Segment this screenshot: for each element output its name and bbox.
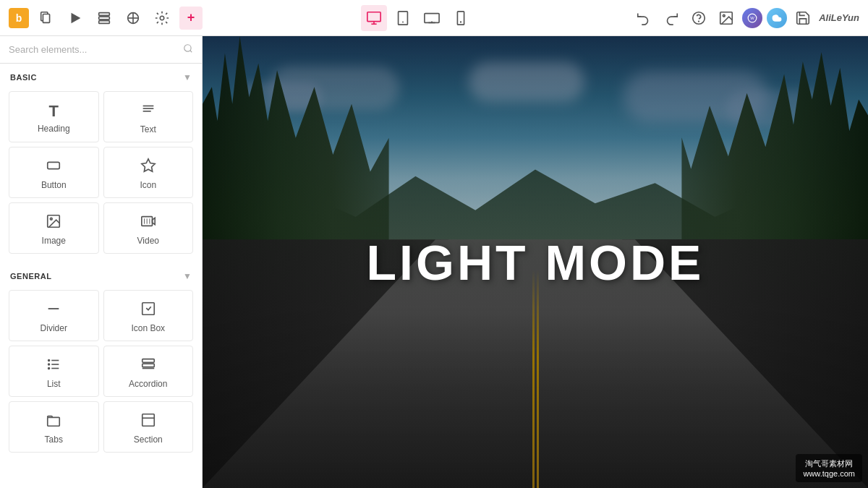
brand-logo[interactable]: b <box>9 8 29 28</box>
general-section-toggle: ▼ <box>183 271 192 281</box>
image-label: Image <box>42 236 66 246</box>
icon-star-icon <box>140 158 156 176</box>
history-button[interactable] <box>93 7 116 30</box>
text-label: Text <box>140 124 156 134</box>
element-icon[interactable]: Icon <box>103 147 194 198</box>
image-icon <box>46 213 61 231</box>
svg-text:W: W <box>750 16 754 20</box>
search-icon[interactable] <box>183 43 193 56</box>
settings-button[interactable] <box>150 7 174 30</box>
basic-section-title: BASIC <box>10 73 37 82</box>
canvas: LIGHT MODE 淘气哥素材网 www.tqge.com <box>203 36 868 488</box>
text-icon <box>140 102 156 120</box>
top-toolbar: b + <box>0 0 868 36</box>
divider-label: Divider <box>41 323 67 333</box>
svg-rect-41 <box>142 303 155 315</box>
svg-rect-10 <box>367 12 380 21</box>
video-icon <box>140 213 156 231</box>
plus-icon: + <box>187 10 195 25</box>
video-label: Video <box>137 236 159 246</box>
svg-point-47 <box>48 368 50 369</box>
svg-rect-4 <box>99 17 110 20</box>
canvas-main-text: LIGHT MODE <box>367 234 705 291</box>
media-button[interactable] <box>715 7 738 30</box>
heading-icon: T <box>49 103 59 119</box>
cloud-badge <box>767 8 787 28</box>
general-section-header[interactable]: GENERAL ▼ <box>0 262 202 287</box>
accordion-label: Accordion <box>129 379 167 389</box>
svg-rect-51 <box>48 417 60 426</box>
heading-label: Heading <box>38 124 70 134</box>
svg-point-23 <box>723 14 726 17</box>
mobile-view-button[interactable] <box>448 5 474 31</box>
play-button[interactable] <box>64 7 87 30</box>
section-label: Section <box>134 435 163 445</box>
save-button[interactable] <box>791 7 814 30</box>
general-section-title: GENERAL <box>10 272 52 281</box>
svg-rect-52 <box>142 414 155 427</box>
button-label: Button <box>41 180 67 190</box>
svg-rect-15 <box>425 13 439 22</box>
toolbar-center <box>361 5 474 31</box>
main-layout: BASIC ▼ T Heading Text Button <box>0 36 868 488</box>
basic-section-header[interactable]: BASIC ▼ <box>0 64 202 88</box>
element-tabs[interactable]: Tabs <box>9 401 99 453</box>
svg-marker-2 <box>72 12 81 23</box>
svg-point-26 <box>184 45 191 51</box>
element-image[interactable]: Image <box>9 202 99 254</box>
icon-box-icon <box>140 301 156 319</box>
element-section[interactable]: Section <box>103 401 194 453</box>
toolbar-right: W AliLeYun <box>632 7 859 30</box>
svg-rect-1 <box>43 14 49 22</box>
button-icon <box>46 158 61 176</box>
undo-button[interactable] <box>632 7 655 30</box>
svg-marker-32 <box>142 159 155 171</box>
icon-box-label: Icon Box <box>131 323 165 333</box>
basic-section-toggle: ▼ <box>183 72 192 82</box>
svg-rect-3 <box>99 12 110 15</box>
svg-point-20 <box>693 12 705 24</box>
element-icon-box[interactable]: Icon Box <box>103 290 194 341</box>
general-element-grid: Divider Icon Box List Acco <box>0 287 202 461</box>
search-bar <box>0 36 202 64</box>
accordion-icon <box>140 356 156 374</box>
element-heading[interactable]: T Heading <box>9 91 99 142</box>
tabs-icon <box>46 412 61 430</box>
svg-rect-5 <box>99 20 110 23</box>
pages-button[interactable] <box>35 7 58 30</box>
svg-point-46 <box>48 364 50 365</box>
basic-element-grid: T Heading Text Button <box>0 88 202 262</box>
svg-rect-48 <box>142 359 155 363</box>
svg-rect-49 <box>142 364 155 367</box>
sidebar: BASIC ▼ T Heading Text Button <box>0 36 203 488</box>
svg-marker-36 <box>152 218 155 224</box>
tablet-view-button[interactable] <box>390 5 416 31</box>
divider-icon <box>46 301 61 319</box>
redo-button[interactable] <box>660 7 683 30</box>
element-video[interactable]: Video <box>103 202 194 254</box>
icon-label: Icon <box>140 180 156 190</box>
svg-rect-31 <box>48 162 60 168</box>
widescreen-view-button[interactable] <box>419 5 445 31</box>
element-list[interactable]: List <box>9 346 99 397</box>
tabs-label: Tabs <box>45 435 63 445</box>
template-button[interactable] <box>122 7 145 30</box>
wordpress-badge: W <box>742 8 762 28</box>
svg-point-34 <box>51 218 53 220</box>
brand-text: AliLeYun <box>819 12 859 23</box>
watermark-line2: www.tqge.com <box>803 469 855 478</box>
svg-point-9 <box>160 16 164 20</box>
watermark-line1: 淘气哥素材网 <box>803 458 855 469</box>
svg-line-27 <box>190 51 192 53</box>
help-button[interactable] <box>687 7 710 30</box>
element-button[interactable]: Button <box>9 147 99 198</box>
toolbar-left: b + <box>9 7 203 30</box>
add-element-button[interactable]: + <box>179 7 203 30</box>
list-icon <box>46 356 61 374</box>
desktop-view-button[interactable] <box>361 5 387 31</box>
element-accordion[interactable]: Accordion <box>103 346 194 397</box>
list-label: List <box>47 379 61 389</box>
element-divider[interactable]: Divider <box>9 290 99 341</box>
element-text[interactable]: Text <box>103 91 194 142</box>
search-input[interactable] <box>9 44 177 55</box>
